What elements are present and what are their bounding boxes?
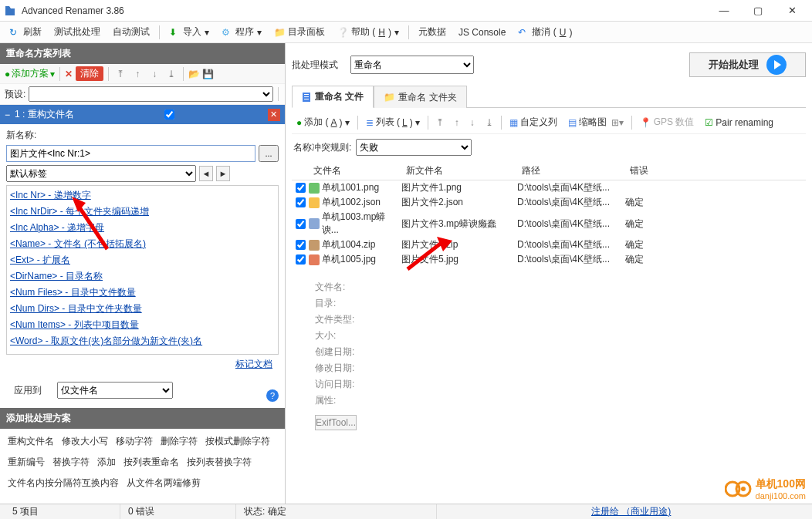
js-console-button[interactable]: JS Console [454,25,510,39]
row-checkbox[interactable] [296,183,306,193]
apply-to-select[interactable]: 仅文件名 [57,382,173,399]
cell-path: D:\tools\桌面\4K壁纸... [517,181,625,194]
method-option[interactable]: 重新编号 [8,456,45,469]
tag-link[interactable]: <DirName> - 目录名称 [10,268,275,285]
pair-renaming-button[interactable]: ☑Pair renaming [702,116,776,130]
row-checkbox[interactable] [296,197,306,207]
col-path[interactable]: 路径 [517,162,625,180]
tag-link[interactable]: <Num Files> - 目录中文件数量 [10,285,275,301]
row-checkbox[interactable] [296,219,306,229]
plus-icon: ● [5,69,10,79]
method-option[interactable]: 从文件名两端修剪 [127,477,201,490]
table-row[interactable]: 单机1005.jpg 图片文件5.jpg D:\tools\桌面\4K壁纸...… [292,252,806,267]
collapse-method-button[interactable]: − [5,110,10,120]
pin-icon: 📍 [640,117,651,128]
list-icon: ≣ [366,117,374,128]
move-top-button[interactable]: ⤒ [433,116,447,130]
minimize-button[interactable]: ― [707,0,741,22]
move-down-button[interactable]: ↓ [467,116,478,130]
test-batch-button[interactable]: 测试批处理 [49,24,105,40]
move-up-button[interactable]: ↑ [452,116,462,130]
tag-link[interactable]: <Num Dirs> - 目录中文件夹数量 [10,301,275,317]
watermark-icon [725,480,753,498]
tag-link[interactable]: <Ext> - 扩展名 [10,252,275,268]
tab-folders[interactable]: 📁 重命名 文件夹 [374,86,466,108]
undo-button[interactable]: ↶撤消 (U) [513,24,577,40]
method-option[interactable]: 按列表替换字符 [187,456,252,469]
method-enabled-checkbox[interactable] [164,110,174,120]
gps-button[interactable]: 📍GPS 数值 [637,114,698,130]
method-option[interactable]: 按模式删除字符 [205,435,270,448]
save-button[interactable]: 💾 [202,69,214,79]
program-button[interactable]: ⚙程序 ▾ [217,24,266,40]
close-button[interactable]: ✕ [775,0,809,22]
tag-link[interactable]: <Inc Alpha> - 递增字母 [10,220,275,236]
method-option[interactable]: 修改大小写 [62,435,108,448]
method-close-button[interactable]: ✕ [268,109,280,121]
add-files-button[interactable]: ●添加 (A) ▾ [293,114,353,130]
register-link[interactable]: 注册给 （商业用途) [591,505,671,518]
cell-filename: 单机1005.jpg [322,253,376,266]
move-bottom-button[interactable]: ⤓ [482,116,496,130]
tag-prev-button[interactable]: ◄ [199,166,213,181]
method-body: 新名称: ... 默认标签 ◄ ► <Inc Nr> - 递增数字 <Inc N… [0,124,285,408]
new-name-input[interactable] [6,145,255,162]
cell-newname: 图片文件3.mp蟒谀癞蠢 [401,217,517,231]
cell-path: D:\tools\桌面\4K壁纸... [517,253,625,266]
table-row[interactable]: 单机1004.zip 图片文件4.zip D:\tools\桌面\4K壁纸...… [292,238,806,252]
move-down-button[interactable]: ↓ [147,67,161,81]
method-option[interactable]: 替换字符 [52,456,90,469]
col-error[interactable]: 错误 [625,162,672,180]
directory-panel-button[interactable]: 📁目录面板 [269,24,330,40]
tag-link[interactable]: <Word> - 取原文件(夹)名部分做为新文件(夹)名 [10,333,275,349]
tag-list[interactable]: <Inc Nr> - 递增数字 <Inc NrDir> - 每个文件夹编码递增 … [6,185,279,355]
help-button[interactable]: ❔帮助 (H) ▾ [333,24,404,40]
tag-link[interactable]: <Name> - 文件名 (不包括拓展名) [10,236,275,252]
conflict-select[interactable]: 失败 [356,139,472,156]
tab-files[interactable]: 重命名 文件 [292,86,374,108]
method-option[interactable]: 删除字符 [161,435,198,448]
refresh-button[interactable]: ↻刷新 [5,24,46,40]
tag-category-select[interactable]: 默认标签 [6,165,196,182]
tag-link[interactable]: <Num Items> - 列表中项目数量 [10,317,275,333]
move-bottom-button[interactable]: ⤓ [164,67,178,81]
delete-method-button[interactable]: ✕ [65,69,73,79]
table-row[interactable]: 单机1001.png 图片文件1.png D:\tools\桌面\4K壁纸... [292,180,806,195]
tag-link[interactable]: <Inc NrDir> - 每个文件夹编码递增 [10,204,275,220]
custom-columns-button[interactable]: ▦自定义列 [506,114,560,130]
exif-tool-button[interactable]: ExifTool... [315,415,357,430]
method-help-button[interactable]: ? [266,389,279,402]
clear-methods-button[interactable]: 清除 [76,66,103,81]
thumbnail-icon: ▤ [568,117,577,128]
col-newname[interactable]: 新文件名 [401,162,517,180]
new-name-browse-button[interactable]: ... [259,145,279,162]
method-option[interactable]: 文件名内按分隔符互换内容 [8,477,119,490]
method-option[interactable]: 添加 [97,456,116,469]
move-top-button[interactable]: ⤒ [113,67,127,81]
preset-select[interactable] [29,86,273,102]
tag-next-button[interactable]: ► [216,166,230,181]
move-up-button[interactable]: ↑ [130,67,144,81]
tag-doc-link[interactable]: 标记文档 [235,359,272,369]
metadata-button[interactable]: 元数据 [414,24,451,40]
import-button[interactable]: ⬇导入 ▾ [164,24,214,40]
file-type-icon [309,183,320,194]
tag-link[interactable]: <Inc Nr> - 递增数字 [10,187,275,204]
method-option[interactable]: 重构文件名 [8,435,54,448]
thumbnails-button[interactable]: ▤缩略图⊞▾ [565,114,627,130]
auto-test-button[interactable]: 自动测试 [108,24,154,40]
table-row[interactable]: 单机1003.mp蟒谀... 图片文件3.mp蟒谀癞蠢 D:\tools\桌面\… [292,210,806,238]
list-button[interactable]: ≣列表 (L) ▾ [363,114,423,130]
maximize-button[interactable]: ▢ [741,0,775,22]
open-folder-button[interactable]: 📂 [188,69,199,79]
start-batch-button[interactable]: 开始批处理 [689,52,806,77]
table-row[interactable]: 单机1002.json 图片文件2.json D:\tools\桌面\4K壁纸.… [292,195,806,210]
add-method-button[interactable]: ●添加方案 ▾ [5,67,55,80]
cell-filename: 单机1002.json [322,196,381,209]
batch-mode-select[interactable]: 重命名 [350,56,474,74]
row-checkbox[interactable] [296,240,306,250]
method-option[interactable]: 按列表重命名 [123,456,179,469]
method-option[interactable]: 移动字符 [116,435,153,448]
row-checkbox[interactable] [296,254,306,265]
col-filename[interactable]: 文件名 [309,162,401,180]
